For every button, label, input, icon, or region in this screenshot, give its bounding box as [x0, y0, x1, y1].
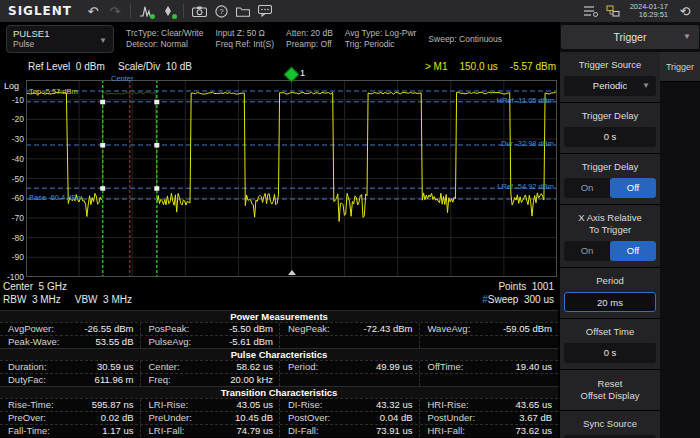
reset-offset-label: Reset: [564, 378, 656, 390]
sweep-time-readout[interactable]: #Sweep 300 us: [482, 294, 554, 305]
siglent-logo: SIGLENT: [0, 4, 82, 18]
redo-icon[interactable]: ↷: [104, 0, 126, 22]
file-folder-icon[interactable]: [232, 0, 254, 22]
table-cell-value: 74.79 us: [212, 425, 279, 437]
table-cell-label: [419, 336, 492, 348]
trigger-delay-toggle: On Off: [564, 178, 656, 198]
table-cell-label: LRI-Rise:: [140, 399, 213, 411]
table-cell-label: HRI-Rise:: [419, 399, 492, 411]
table-cell-value: 0.02 dB: [73, 412, 140, 424]
x-axis-on-button[interactable]: On: [564, 241, 610, 261]
peak-search-icon[interactable]: [135, 0, 157, 22]
table-cell-label: HRI-Fall:: [419, 425, 492, 437]
y-tick-label: -50: [2, 174, 24, 184]
reset-offset-label2: Offset Display: [564, 390, 656, 402]
analyzer-app: SIGLENT ↶ ↷ ?: [0, 0, 700, 438]
y-tick-label: -10: [2, 95, 24, 105]
rbw-vbw-readout[interactable]: RBW 3 MHz VBW 3 MHz: [3, 294, 132, 305]
top-toolbar: SIGLENT ↶ ↷ ?: [0, 0, 700, 22]
table-cell-label: Fall-Time:: [0, 425, 73, 437]
message-icon[interactable]: [254, 0, 276, 22]
table-row: DutyFac:611.96 mFreq:20.00 kHz: [0, 373, 558, 386]
center-freq-readout[interactable]: Center 5 GHz: [3, 281, 67, 292]
table-cell-label: PostOver:: [279, 412, 352, 424]
offset-time-group: Offset Time 0 s: [560, 319, 660, 370]
screenshot-camera-icon[interactable]: [188, 0, 210, 22]
trigger-source-label: Trigger Source: [564, 57, 656, 76]
trace-plot[interactable]: [26, 80, 557, 277]
green-badge: [172, 14, 177, 19]
undo-icon[interactable]: ↶: [82, 0, 104, 22]
y-tick-label: -60: [2, 193, 24, 203]
table-cell-value: 58.62 us: [212, 361, 279, 373]
table-cell-value: 0.04 dB: [352, 412, 419, 424]
table-cell-value: [491, 336, 558, 348]
table-cell-value: 49.99 us: [352, 361, 419, 373]
trigger-source-dropdown[interactable]: Periodic ▼: [564, 76, 656, 96]
trigger-delay-value-button[interactable]: 0 s: [564, 127, 656, 147]
sync-source-label: Sync Source: [564, 416, 656, 435]
table-cell-label: PostUnder:: [419, 412, 492, 424]
x-axis-relative-group: X Axis Relative To Trigger On Off: [560, 205, 660, 268]
href-level-label: HRef -11.05 dBm: [497, 96, 554, 105]
table-cell-label: Freq:: [140, 374, 213, 386]
green-badge: [150, 14, 155, 19]
chevron-down-icon: ▼: [99, 36, 107, 45]
table-cell-value: 1.17 us: [73, 425, 140, 437]
menu-title-dropdown[interactable]: Trigger ▼: [561, 25, 699, 49]
period-value-button[interactable]: 20 ms: [564, 292, 656, 312]
table-row: Rise-Time:595.87 nsLRI-Rise:43.05 usDI-R…: [0, 398, 558, 411]
trigger-delay-on-button[interactable]: On: [564, 178, 610, 198]
ref-level-readout[interactable]: Ref Level 0 dBm: [28, 61, 105, 72]
table-cell-value: 10.45 dB: [212, 412, 279, 424]
history-icon[interactable]: ⟲: [674, 0, 696, 22]
trigger-delay-switch-group: Trigger Delay On Off: [560, 154, 660, 205]
table-cell-label: AvgPower:: [0, 323, 73, 335]
settings-info-bar: PULSE1 Pulse ▼ TrcType: Clear/WriteDetec…: [0, 22, 560, 56]
network-status-icon[interactable]: [602, 0, 624, 22]
table-cell-label: PreOver:: [0, 412, 73, 424]
table-cell-label: LRI-Fall:: [140, 425, 213, 437]
info-col-input: Input Z: 50 ΩFreq Ref: Int(S): [215, 28, 274, 50]
table-cell-label: Period:: [279, 361, 352, 373]
trigger-delay-value-group: Trigger Delay 0 s: [560, 103, 660, 154]
base-level-label: Base -60.4 dBm: [29, 193, 83, 202]
table-cell-label: PulseAvg:: [140, 336, 213, 348]
tab-trigger[interactable]: Trigger: [660, 52, 700, 82]
table-cell-value: [352, 336, 419, 348]
table-cell-value: 43.32 us: [352, 399, 419, 411]
table-cell-value: 30.59 us: [73, 361, 140, 373]
table-cell-label: DutyFac:: [0, 374, 73, 386]
x-axis-relative-label2: To Trigger: [564, 224, 656, 241]
table-cell-label: WaveAvg:: [419, 323, 492, 335]
table-section-title: Transition Characteristics: [0, 386, 558, 398]
x-axis-off-button[interactable]: Off: [610, 241, 656, 261]
help-icon[interactable]: ?: [210, 0, 232, 22]
offset-time-value-button[interactable]: 0 s: [564, 343, 656, 363]
sequence-list-icon[interactable]: [580, 0, 602, 22]
measurement-table: Power MeasurementsAvgPower:-26.55 dBmPos…: [0, 310, 558, 437]
table-cell-value: -26.55 dBm: [73, 323, 140, 335]
trace-select-dropdown[interactable]: PULSE1 Pulse ▼: [6, 25, 114, 53]
info-col-sweep: Sweep: Continuous: [428, 34, 502, 45]
table-cell-label: Peak-Wave:: [0, 336, 73, 348]
y-tick-label: -30: [2, 134, 24, 144]
info-col-avg: Avg Type: Log-PwrTrig: Periodic: [345, 28, 417, 50]
info-col-atten: Atten: 20 dBPreamp: Off: [286, 28, 333, 50]
marker-add-icon[interactable]: [157, 0, 179, 22]
marker-m1-number: 1: [300, 68, 305, 78]
menu-tab-strip: Trigger: [660, 52, 700, 438]
table-row: PreOver:0.02 dBPreUnder:10.45 dBPostOver…: [0, 411, 558, 424]
datetime-display: 2024-01-17 16:29:51: [624, 3, 674, 20]
trigger-delay-label: Trigger Delay: [564, 108, 656, 127]
marker-position-triangle-icon: [288, 270, 296, 275]
table-row: Duration:30.59 usCenter:58.62 usPeriod:4…: [0, 360, 558, 373]
trigger-delay-off-button[interactable]: Off: [610, 178, 656, 198]
trigger-menu-panel: Trigger ▼ Trigger Source Periodic ▼ Trig…: [560, 22, 700, 438]
table-cell-value: 43.65 us: [491, 399, 558, 411]
reset-offset-group[interactable]: Reset Offset Display: [560, 370, 660, 411]
trigger-source-group: Trigger Source Periodic ▼: [560, 52, 660, 103]
info-col-trace: TrcType: Clear/WriteDetecor: Normal: [126, 28, 203, 50]
table-cell-label: [419, 374, 492, 386]
scale-div-readout[interactable]: Scale/Div 10 dB: [118, 61, 192, 72]
